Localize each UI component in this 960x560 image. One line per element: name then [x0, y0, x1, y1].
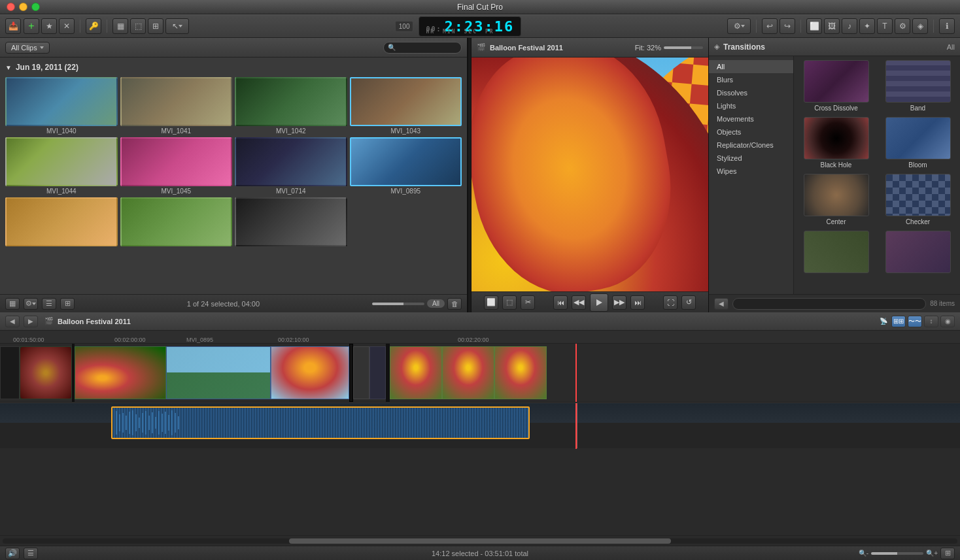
filter-button[interactable]: 🗑: [447, 298, 462, 310]
favorite-button[interactable]: ★: [41, 18, 57, 34]
close-button[interactable]: [7, 3, 15, 11]
status-settings-button[interactable]: ☰: [24, 548, 38, 559]
photo-button[interactable]: 🖼: [824, 18, 840, 34]
keyword-button[interactable]: 🔑: [86, 18, 101, 34]
volume-slider[interactable]: [664, 46, 703, 49]
list-view-button[interactable]: ☰: [42, 298, 56, 310]
generator-button[interactable]: ⚙: [895, 18, 910, 34]
maximize-button[interactable]: [31, 3, 40, 11]
music-button[interactable]: ♪: [842, 18, 857, 34]
table-row[interactable]: [369, 346, 386, 399]
fullscreen-button[interactable]: ⛶: [663, 295, 677, 310]
trim-button[interactable]: ⊞: [148, 18, 163, 34]
list-item[interactable]: MVI_0895: [350, 137, 462, 195]
table-row[interactable]: [271, 346, 349, 399]
clip-thumbnail: [350, 77, 462, 126]
clip-size-slider[interactable]: [372, 303, 424, 305]
list-item[interactable]: [120, 197, 233, 248]
sidebar-item-blurs[interactable]: Blurs: [709, 73, 793, 86]
next-button[interactable]: ▶: [24, 316, 38, 327]
sidebar-item-movements[interactable]: Movements: [709, 112, 793, 125]
search-input[interactable]: [398, 44, 457, 51]
grid-view-button[interactable]: ⊞: [60, 298, 75, 310]
title-button[interactable]: T: [877, 18, 893, 34]
zoom-slider[interactable]: [871, 552, 923, 555]
audio-clip[interactable]: [111, 406, 530, 439]
minimize-button[interactable]: [19, 3, 27, 11]
theme-button[interactable]: ◈: [912, 18, 928, 34]
list-item[interactable]: [235, 197, 347, 248]
skip-back-button[interactable]: ⏮: [553, 295, 568, 310]
step-forward-button[interactable]: ▶▶: [612, 295, 626, 310]
list-item[interactable]: MVI_1043: [350, 77, 462, 135]
timeline-section: ◀ ▶ 🎬 Balloon Festival 2011 📡 ⊞⊞ 〜〜 ↕ ◉ …: [0, 312, 960, 546]
skimmer-button[interactable]: ↕: [924, 316, 938, 327]
app-title: Final Cut Pro: [457, 3, 503, 12]
list-item[interactable]: Band: [880, 60, 956, 112]
table-row[interactable]: [494, 346, 547, 399]
table-row[interactable]: [75, 346, 166, 399]
zoom-fit-button[interactable]: ⊞: [940, 548, 955, 559]
sidebar-item-lights[interactable]: Lights: [709, 99, 793, 112]
sidebar-item-all[interactable]: All: [709, 60, 793, 73]
undo-button[interactable]: ↩: [762, 18, 778, 34]
transform-button-preview[interactable]: ⬚: [502, 295, 517, 310]
table-row[interactable]: [353, 346, 369, 399]
reject-button[interactable]: ✕: [59, 18, 75, 34]
sidebar-item-objects[interactable]: Objects: [709, 125, 793, 139]
prev-button[interactable]: ◀: [5, 316, 20, 327]
transitions-search-input[interactable]: [737, 300, 921, 307]
add-button[interactable]: +: [24, 18, 39, 34]
select-button[interactable]: ↖: [165, 18, 189, 34]
redo-button[interactable]: ↪: [780, 18, 795, 34]
list-item[interactable]: MVI_1041: [120, 77, 233, 135]
list-item[interactable]: MVI_1040: [5, 77, 118, 135]
sidebar-item-dissolves[interactable]: Dissolves: [709, 86, 793, 99]
status-icon-button[interactable]: 🔊: [5, 548, 20, 559]
list-item[interactable]: MVI_1044: [5, 137, 118, 195]
table-row[interactable]: [442, 346, 494, 399]
transform-select[interactable]: ⚙: [727, 18, 751, 34]
solo-button[interactable]: ◉: [940, 316, 955, 327]
effect-button[interactable]: ✂: [521, 295, 535, 310]
sidebar-item-wipes[interactable]: Wipes: [709, 165, 793, 178]
filmstrip-view-button[interactable]: ▦: [5, 298, 20, 310]
crop-button[interactable]: ⬜: [484, 295, 498, 310]
skip-forward-button[interactable]: ⏭: [630, 295, 645, 310]
list-item[interactable]: Cross Dissolve: [798, 60, 874, 112]
list-item[interactable]: [5, 197, 118, 248]
settings-button[interactable]: ⚙: [24, 298, 38, 310]
snap-button[interactable]: ⊞⊞: [891, 316, 906, 327]
list-item[interactable]: Bloom: [880, 117, 956, 169]
clip-appearance-button[interactable]: ▦: [112, 18, 128, 34]
fx-button[interactable]: ✦: [859, 18, 875, 34]
table-row[interactable]: [20, 346, 72, 399]
step-back-button[interactable]: ◀◀: [572, 295, 586, 310]
snapshot-button[interactable]: ⬜: [806, 18, 822, 34]
prev-page-button[interactable]: ◀: [714, 298, 729, 310]
audio-waveform-button[interactable]: 〜〜: [908, 316, 922, 327]
inspector-button[interactable]: ℹ: [939, 18, 955, 34]
import-button[interactable]: 📥: [5, 18, 21, 34]
list-item[interactable]: MVI_0714: [235, 137, 347, 195]
list-item[interactable]: Center: [798, 174, 874, 225]
list-item[interactable]: MVI_1042: [235, 77, 347, 135]
transform-button[interactable]: ⬚: [130, 18, 146, 34]
list-item[interactable]: [880, 231, 956, 275]
table-row[interactable]: [166, 346, 271, 399]
loop-button[interactable]: ↺: [681, 295, 696, 310]
play-button[interactable]: [590, 293, 608, 312]
list-item[interactable]: MVI_1045: [120, 137, 233, 195]
sidebar-item-replicator[interactable]: Replicator/Clones: [709, 139, 793, 152]
scrollbar-thumb[interactable]: [289, 538, 671, 544]
table-row[interactable]: [390, 346, 442, 399]
table-row[interactable]: [0, 346, 20, 399]
all-clips-dropdown[interactable]: All Clips: [5, 42, 50, 54]
list-item[interactable]: Checker: [880, 174, 956, 225]
list-item[interactable]: Black Hole: [798, 117, 874, 169]
sidebar-item-stylized[interactable]: Stylized: [709, 152, 793, 165]
browser-search[interactable]: 🔍: [383, 42, 462, 54]
list-item[interactable]: [798, 231, 874, 275]
scrollbar-track[interactable]: [3, 538, 957, 544]
transitions-search[interactable]: [732, 298, 926, 310]
